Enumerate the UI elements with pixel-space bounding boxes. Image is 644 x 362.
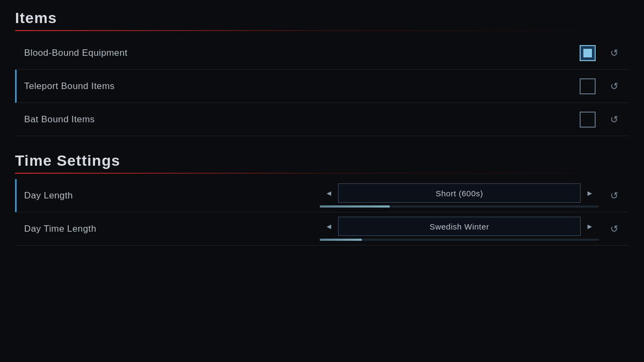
day-time-length-reset[interactable]: ↺ [606, 221, 621, 237]
bat-bound-toggle[interactable] [580, 112, 596, 128]
bat-bound-reset[interactable]: ↺ [606, 112, 621, 127]
day-time-length-prev[interactable]: ◄ [320, 217, 338, 235]
day-length-prev[interactable]: ◄ [320, 184, 338, 202]
time-section: Time Settings Day Length ◄ Short (600s) … [15, 152, 629, 246]
items-title: Items [15, 10, 629, 27]
blood-bound-toggle[interactable] [580, 45, 596, 61]
day-time-length-track [320, 239, 599, 241]
day-time-length-value: Swedish Winter [338, 217, 581, 236]
day-time-length-slider-row: ◄ Swedish Winter ► [320, 217, 599, 236]
bat-bound-row: Bat Bound Items ↺ [15, 103, 629, 136]
day-time-length-next[interactable]: ► [581, 217, 599, 235]
teleport-bound-label: Teleport Bound Items [24, 81, 580, 92]
bat-bound-label: Bat Bound Items [24, 114, 580, 125]
teleport-bound-row: Teleport Bound Items ↺ [15, 70, 629, 103]
day-length-fill [320, 205, 390, 208]
day-time-length-fill [320, 239, 362, 241]
time-title: Time Settings [15, 152, 629, 169]
day-time-length-label: Day Time Length [24, 224, 320, 234]
day-length-track [320, 205, 599, 208]
day-length-label: Day Length [24, 190, 320, 201]
blood-bound-row: Blood-Bound Equipment ↺ [15, 36, 629, 70]
day-length-slider-row: ◄ Short (600s) ► [320, 183, 599, 203]
items-section: Items Blood-Bound Equipment ↺ Teleport B… [15, 10, 629, 136]
day-length-next[interactable]: ► [581, 184, 599, 202]
day-length-control: ◄ Short (600s) ► [320, 183, 599, 208]
items-divider [15, 30, 629, 31]
teleport-bound-reset[interactable]: ↺ [606, 79, 621, 94]
teleport-bound-toggle[interactable] [580, 78, 596, 94]
day-length-row: Day Length ◄ Short (600s) ► ↺ [15, 179, 629, 212]
day-length-reset[interactable]: ↺ [606, 188, 621, 203]
day-time-length-row: Day Time Length ◄ Swedish Winter ► ↺ [15, 212, 629, 246]
time-divider [15, 173, 629, 174]
settings-container: Items Blood-Bound Equipment ↺ Teleport B… [0, 0, 644, 255]
day-length-value: Short (600s) [338, 183, 581, 203]
day-time-length-control: ◄ Swedish Winter ► [320, 217, 599, 241]
blood-bound-label: Blood-Bound Equipment [24, 48, 580, 58]
blood-bound-reset[interactable]: ↺ [606, 46, 621, 61]
